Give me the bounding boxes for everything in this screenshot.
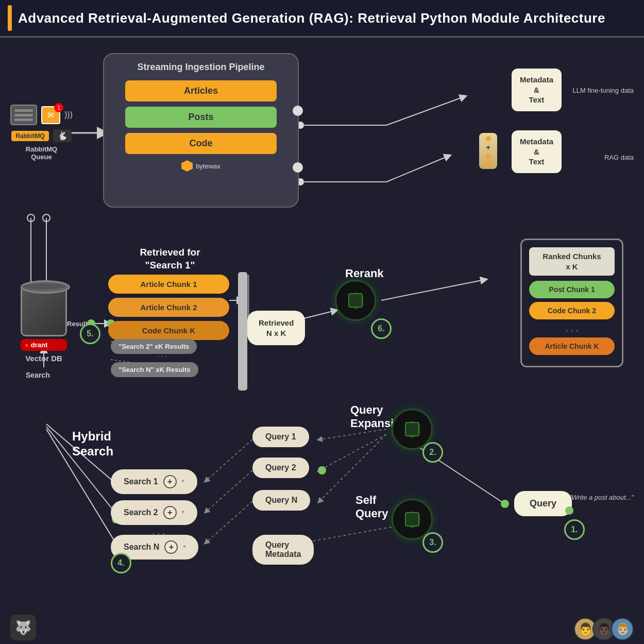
search-2-label: Search 2: [124, 508, 158, 517]
search-2-pill: Search 2 + *: [111, 500, 197, 525]
search-2-plus: +: [163, 506, 177, 519]
rerank-chip-core: [348, 293, 363, 308]
avatar-3: 👨🏼: [611, 618, 634, 640]
embed-plus: +: [486, 143, 490, 151]
vector-db-label: Vector DB: [21, 354, 67, 363]
step-5-circle: 5.: [80, 324, 100, 344]
chunk-article-1: Article Chunk 1: [108, 275, 229, 294]
rabbitmq-section: ✉ 1 ))) RabbitMQ 🐇 RabbitMQQueue: [10, 105, 73, 161]
search-1-star: *: [182, 478, 184, 486]
chunk-code-k: Code Chunk K: [108, 321, 229, 340]
pipeline-code: Code: [125, 133, 277, 154]
title-bar: Advanced Retrieval-Augmented Generation …: [0, 0, 644, 38]
metadata-box-1: Metadata&Text: [512, 69, 562, 111]
self-query-chip-core: [405, 512, 419, 527]
rerank-chip-visual: [335, 280, 376, 321]
svg-line-29: [304, 527, 392, 543]
svg-line-32: [206, 501, 252, 543]
chunk-article-2: Article Chunk 2: [108, 298, 229, 317]
embed-dot-2: [486, 154, 491, 159]
rerank-chip: [335, 280, 376, 321]
rabbitmq-badge: 1: [54, 103, 63, 112]
searchN-results: "Search N" xK Results: [111, 362, 198, 377]
metadata-box-2: Metadata&Text: [512, 130, 562, 173]
search-1-pill: Search 1 + *: [111, 469, 197, 494]
svg-line-22: [381, 280, 484, 300]
pipeline-posts: Posts: [125, 107, 277, 128]
vertical-separator: [238, 272, 247, 391]
query-2-pill: Query 2: [252, 457, 309, 478]
title-accent: [8, 5, 12, 31]
svg-point-10: [43, 214, 50, 222]
pipeline-connector-1: [293, 106, 303, 116]
rank-dots: . . .: [529, 323, 615, 334]
bytewax-icon: [181, 160, 193, 172]
pipeline-articles: Articles: [125, 80, 277, 101]
query-n-pill: Query N: [252, 490, 310, 511]
query-1-pill: Query 1: [252, 427, 309, 447]
query-green-dot: [565, 506, 573, 515]
search-2-star: *: [182, 509, 184, 517]
svg-line-27: [319, 434, 386, 501]
step-4-circle: 4.: [111, 553, 131, 573]
rank-article-chunk-k: Article Chunk K: [529, 337, 615, 355]
step-1-circle: 1.: [564, 519, 585, 540]
ranked-chunks-box: Ranked Chunksx K Post Chunk 1 Code Chunk…: [520, 239, 623, 367]
avatars-section: 👨 👨🏿 👨🏼: [578, 618, 634, 640]
hybrid-search-label: HybridSearch: [72, 429, 113, 459]
svg-point-24: [501, 500, 509, 508]
bottom-logo: 🐺: [10, 615, 36, 640]
wolf-icon: 🐺: [10, 615, 36, 640]
search-n-plus: +: [164, 540, 178, 554]
svg-line-26: [319, 434, 386, 470]
bytewax-label: bytewax: [181, 160, 221, 172]
embed-cylinder: +: [479, 133, 497, 169]
pipeline-box: Streaming Ingestion Pipeline Articles Po…: [103, 53, 299, 208]
rerank-label: Rerank: [345, 267, 384, 280]
svg-line-31: [206, 470, 252, 512]
rabbitmq-label: RabbitMQQueue: [10, 145, 73, 161]
search-1-plus: +: [163, 475, 177, 488]
search-1-label: Search 1: [124, 477, 158, 486]
rag-label: RAG data: [604, 154, 634, 161]
rank-code-chunk-2: Code Chunk 2: [529, 302, 615, 319]
embed-dot-3: [486, 161, 491, 166]
llm-label: LLM fine-tuning data: [572, 87, 634, 94]
pipeline-connector-2: [293, 162, 303, 173]
svg-point-28: [318, 466, 326, 474]
svg-line-6: [386, 156, 448, 182]
search-n-star: *: [183, 544, 185, 551]
pipeline-title: Streaming Ingestion Pipeline: [137, 62, 264, 73]
main-canvas: Results: [0, 38, 644, 644]
svg-text:Search: Search: [26, 371, 50, 379]
self-query-label: SelfQuery: [355, 494, 388, 521]
search-n-label: Search N: [124, 543, 159, 552]
ranked-title: Ranked Chunksx K: [529, 247, 615, 276]
step-6-circle: 6.: [371, 318, 392, 339]
search-dots: . . .: [157, 350, 167, 359]
vector-db-section: ● drant Vector DB: [21, 285, 67, 363]
db-cylinder: [21, 285, 67, 336]
retrieved-nk-box: RetrievedN x K: [247, 311, 305, 345]
search2-results: "Search 2" xK Results: [111, 339, 197, 354]
svg-line-25: [319, 429, 386, 439]
pipeline-items: Articles Posts Code: [125, 80, 277, 154]
svg-line-4: [386, 97, 464, 125]
step-2-circle: 2.: [422, 442, 443, 463]
svg-point-9: [27, 214, 35, 222]
query-metadata-pill: QueryMetadata: [252, 535, 314, 565]
page-title: Advanced Retrieval-Augmented Generation …: [18, 10, 605, 26]
qdrant-badge: ● drant: [21, 339, 67, 351]
embed-dot-1: [486, 136, 491, 141]
retrieved-title: Retrieved for"Search 1": [111, 246, 229, 272]
retrieved-header: Retrieved for"Search 1": [111, 246, 229, 272]
query-expansion-chip-core: [405, 422, 419, 436]
write-post-label: "Write a post about...": [569, 494, 634, 501]
chunk-dots: . . .: [173, 294, 182, 302]
step-3-circle: 3.: [422, 532, 443, 553]
rank-post-chunk-1: Post Chunk 1: [529, 281, 615, 298]
query-box: Query: [514, 491, 572, 516]
svg-line-30: [206, 439, 252, 481]
